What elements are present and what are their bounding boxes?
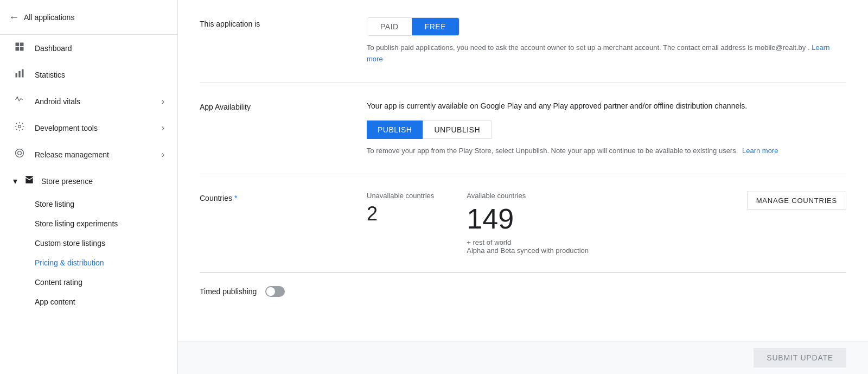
sidebar-item-store-listing[interactable]: Store listing bbox=[0, 194, 177, 214]
unpublish-info-text: To remove your app from the Play Store, … bbox=[367, 145, 846, 157]
sidebar-item-content-rating[interactable]: Content rating bbox=[0, 272, 177, 292]
unpublish-learn-more-link[interactable]: Learn more bbox=[742, 147, 778, 155]
application-type-label: This application is bbox=[200, 17, 341, 65]
countries-label: Countries* bbox=[200, 192, 341, 254]
application-type-section: This application is PAID FREE To publish… bbox=[200, 0, 846, 83]
svg-rect-6 bbox=[22, 69, 23, 78]
unavailable-countries-stat: Unavailable countries 2 bbox=[367, 192, 434, 254]
development-tools-chevron-icon: › bbox=[162, 123, 164, 133]
android-vitals-chevron-icon: › bbox=[162, 97, 164, 106]
paid-free-toggle: PAID FREE bbox=[367, 17, 459, 36]
release-management-label: Release management bbox=[35, 150, 109, 159]
svg-point-9 bbox=[16, 149, 24, 157]
submit-update-button[interactable]: SUBMIT UPDATE bbox=[754, 348, 846, 367]
sidebar-item-pricing-distribution[interactable]: Pricing & distribution bbox=[0, 253, 177, 272]
timed-publishing-row: Timed publishing bbox=[200, 272, 846, 310]
available-countries-stat: Available countries 149 + rest of world … bbox=[467, 192, 589, 254]
publish-unpublish-group: PUBLISH UNPUBLISH bbox=[367, 121, 846, 139]
rest-of-world: + rest of world bbox=[467, 238, 589, 246]
unavailable-count: 2 bbox=[367, 202, 434, 225]
bottom-action-bar: SUBMIT UPDATE bbox=[178, 341, 868, 374]
countries-required: * bbox=[234, 194, 237, 202]
availability-description: Your app is currently available on Googl… bbox=[367, 100, 846, 112]
sidebar-item-development-tools[interactable]: Development tools › bbox=[0, 115, 177, 141]
sidebar-item-dashboard[interactable]: Dashboard bbox=[0, 35, 177, 61]
app-availability-label: App Availability bbox=[200, 100, 341, 157]
main-content: This application is PAID FREE To publish… bbox=[178, 0, 868, 374]
svg-rect-5 bbox=[18, 71, 20, 78]
sidebar-item-app-content[interactable]: App content bbox=[0, 292, 177, 312]
unavailable-countries-label: Unavailable countries bbox=[367, 192, 434, 200]
manage-countries-container: MANAGE COUNTRIES bbox=[747, 192, 846, 210]
svg-rect-4 bbox=[16, 73, 17, 78]
paid-info-text: To publish paid applications, you need t… bbox=[367, 42, 846, 65]
countries-section: Countries* Unavailable countries 2 Avail… bbox=[200, 174, 846, 272]
sidebar-item-release-management[interactable]: Release management › bbox=[0, 141, 177, 168]
development-tools-label: Development tools bbox=[35, 124, 98, 132]
store-presence-icon bbox=[24, 174, 35, 188]
timed-publishing-label: Timed publishing bbox=[200, 287, 257, 296]
svg-point-10 bbox=[18, 151, 22, 155]
android-vitals-icon bbox=[13, 94, 26, 108]
chevron-down-icon: ▾ bbox=[13, 176, 17, 186]
content-area: This application is PAID FREE To publish… bbox=[178, 0, 868, 374]
sidebar-item-custom-store-listings[interactable]: Custom store listings bbox=[0, 233, 177, 253]
sidebar: ← All applications Dashboard Statistics … bbox=[0, 0, 178, 374]
svg-point-8 bbox=[18, 125, 21, 128]
release-management-chevron-icon: › bbox=[162, 150, 164, 160]
dashboard-label: Dashboard bbox=[35, 44, 72, 53]
sidebar-item-store-presence[interactable]: ▾ Store presence bbox=[0, 168, 177, 194]
svg-rect-1 bbox=[20, 43, 24, 47]
svg-point-7 bbox=[17, 97, 18, 98]
svg-rect-2 bbox=[16, 47, 20, 51]
available-count: 149 bbox=[467, 202, 589, 236]
android-vitals-label: Android vitals bbox=[35, 97, 80, 106]
release-management-icon bbox=[13, 148, 26, 161]
svg-rect-3 bbox=[20, 47, 24, 51]
back-arrow-icon: ← bbox=[9, 11, 20, 23]
manage-countries-button[interactable]: MANAGE COUNTRIES bbox=[747, 192, 846, 210]
available-countries-label: Available countries bbox=[467, 192, 589, 200]
countries-data-row: Unavailable countries 2 Available countr… bbox=[367, 192, 846, 254]
app-availability-section: App Availability Your app is currently a… bbox=[200, 83, 846, 175]
statistics-label: Statistics bbox=[35, 71, 65, 79]
paid-button[interactable]: PAID bbox=[367, 18, 412, 35]
application-type-content: PAID FREE To publish paid applications, … bbox=[367, 17, 846, 65]
store-presence-subnav: Store listing Store listing experiments … bbox=[0, 194, 177, 312]
store-presence-label: Store presence bbox=[41, 177, 93, 186]
available-info: + rest of world Alpha and Beta synced wi… bbox=[467, 238, 589, 255]
statistics-icon bbox=[13, 68, 26, 81]
publish-button[interactable]: PUBLISH bbox=[367, 121, 423, 139]
alpha-beta-synced: Alpha and Beta synced with production bbox=[467, 246, 589, 255]
svg-rect-0 bbox=[16, 43, 20, 47]
app-availability-content: Your app is currently available on Googl… bbox=[367, 100, 846, 157]
timed-publishing-toggle[interactable] bbox=[265, 286, 285, 297]
free-button[interactable]: FREE bbox=[412, 18, 459, 35]
unpublish-button[interactable]: UNPUBLISH bbox=[423, 121, 492, 139]
countries-stats: Unavailable countries 2 Available countr… bbox=[367, 192, 589, 254]
sidebar-item-store-listing-experiments[interactable]: Store listing experiments bbox=[0, 214, 177, 233]
dashboard-icon bbox=[13, 41, 26, 55]
back-link[interactable]: ← All applications bbox=[9, 7, 169, 28]
back-link-label: All applications bbox=[24, 13, 74, 22]
development-tools-icon bbox=[13, 121, 26, 135]
countries-content: Unavailable countries 2 Available countr… bbox=[367, 192, 846, 254]
sidebar-item-statistics[interactable]: Statistics bbox=[0, 61, 177, 88]
sidebar-item-android-vitals[interactable]: Android vitals › bbox=[0, 88, 177, 115]
